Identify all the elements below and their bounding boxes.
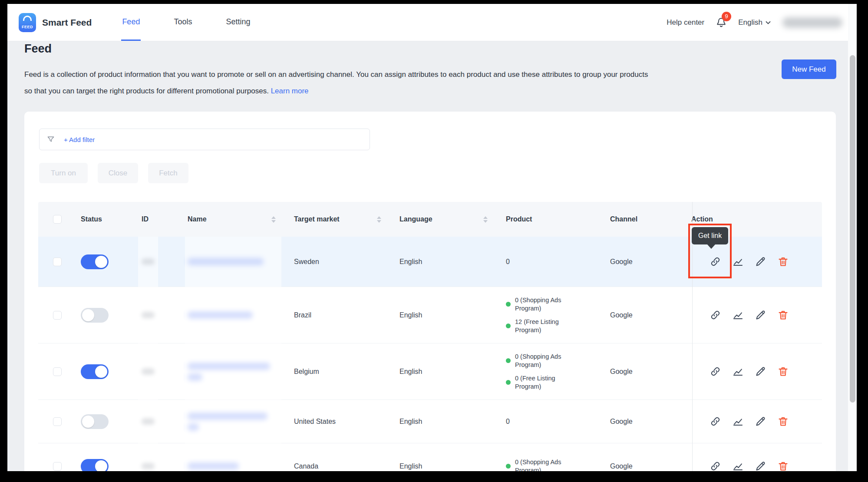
product-program-text: 0 (Free Listing Program) <box>515 374 568 391</box>
status-toggle[interactable] <box>81 364 109 379</box>
column-header-name: Name <box>188 215 294 223</box>
product-programs: 0 (Shopping Ads Program) <box>506 458 610 472</box>
add-filter-button[interactable]: + Add filter <box>64 136 95 143</box>
language-value: English <box>399 311 506 319</box>
brand-title: Smart Feed <box>42 17 92 28</box>
delete-trash-icon[interactable] <box>777 366 789 377</box>
app-window: FEED Smart Feed Feed Tools Setting Help … <box>7 4 857 471</box>
report-chart-icon[interactable] <box>732 416 744 427</box>
status-dot-green <box>506 464 511 469</box>
status-dot-green <box>506 324 511 328</box>
fetch-button[interactable]: Fetch <box>148 163 188 183</box>
delete-trash-icon[interactable] <box>777 416 789 427</box>
channel-value: Google <box>610 418 691 426</box>
column-header-channel: Channel <box>610 215 691 223</box>
report-chart-icon[interactable] <box>732 460 744 471</box>
logo-text: FEED <box>19 25 36 29</box>
close-button[interactable]: Close <box>98 163 138 183</box>
language-value: English <box>399 462 506 470</box>
language-label: English <box>738 18 762 27</box>
get-link-icon[interactable] <box>710 366 721 377</box>
target-market-value: United States <box>294 418 399 426</box>
id-redacted <box>142 312 155 318</box>
table-row: Brazil English 0 (Shopping Ads Program) … <box>38 287 822 343</box>
target-market-value: Canada <box>294 462 399 470</box>
notification-badge: 9 <box>722 12 731 21</box>
get-link-icon[interactable] <box>710 309 721 321</box>
name-redacted-link[interactable] <box>188 311 253 319</box>
row-actions <box>691 366 822 377</box>
status-dot-green <box>506 358 511 363</box>
learn-more-link[interactable]: Learn more <box>271 87 309 95</box>
tab-setting[interactable]: Setting <box>225 4 251 41</box>
delete-trash-icon[interactable] <box>777 460 789 471</box>
id-redacted <box>142 463 155 469</box>
language-value: English <box>399 258 506 266</box>
language-value: English <box>399 368 506 376</box>
name-redacted-link[interactable] <box>188 363 270 370</box>
name-redacted-link[interactable] <box>188 413 267 420</box>
scrollbar-track[interactable] <box>848 4 857 471</box>
status-toggle[interactable] <box>81 459 109 472</box>
column-header-language: Language <box>399 215 506 223</box>
filter-bar[interactable]: + Add filter <box>39 129 370 150</box>
name-redacted-link[interactable] <box>188 462 239 470</box>
help-center-link[interactable]: Help center <box>667 18 704 27</box>
product-program-text: 0 (Shopping Ads Program) <box>515 353 568 369</box>
description-line1: Feed is a collection of product informat… <box>24 70 648 79</box>
edit-pencil-icon[interactable] <box>755 460 766 471</box>
column-header-action: Action <box>691 215 822 223</box>
status-toggle[interactable] <box>81 254 109 269</box>
report-chart-icon[interactable] <box>732 309 744 321</box>
edit-pencil-icon[interactable] <box>755 416 766 427</box>
edit-pencil-icon[interactable] <box>755 256 766 267</box>
turn-on-button[interactable]: Turn on <box>39 163 88 183</box>
name-redacted-link[interactable] <box>188 373 202 381</box>
scrollbar-thumb[interactable] <box>850 55 855 403</box>
get-link-icon[interactable] <box>710 460 721 471</box>
app-logo[interactable]: FEED <box>19 13 36 32</box>
top-navbar: FEED Smart Feed Feed Tools Setting Help … <box>7 4 857 41</box>
target-market-value: Brazil <box>294 311 399 319</box>
report-chart-icon[interactable] <box>732 366 744 377</box>
status-toggle[interactable] <box>81 308 109 323</box>
tab-feed[interactable]: Feed <box>121 4 141 41</box>
row-checkbox[interactable] <box>53 417 62 426</box>
new-feed-button[interactable]: New Feed <box>782 59 836 79</box>
status-toggle[interactable] <box>81 414 109 429</box>
get-link-icon[interactable] <box>710 256 721 267</box>
name-redacted-link[interactable] <box>188 423 199 431</box>
sort-icons-target-market[interactable] <box>377 216 381 223</box>
product-program-text: 0 (Shopping Ads Program) <box>515 296 568 313</box>
channel-value: Google <box>610 462 691 470</box>
tab-tools[interactable]: Tools <box>173 4 193 41</box>
delete-trash-icon[interactable] <box>777 309 789 321</box>
sort-icons-language[interactable] <box>483 216 488 223</box>
row-checkbox[interactable] <box>53 311 62 320</box>
language-selector[interactable]: English <box>738 18 771 27</box>
row-checkbox[interactable] <box>53 462 62 471</box>
row-actions <box>691 256 822 267</box>
shopping-bag-icon <box>23 16 32 21</box>
column-header-id: ID <box>142 215 188 223</box>
status-dot-green <box>506 302 511 307</box>
row-checkbox[interactable] <box>53 367 62 376</box>
row-actions <box>691 460 822 471</box>
edit-pencil-icon[interactable] <box>755 366 766 377</box>
edit-pencil-icon[interactable] <box>755 309 766 321</box>
row-checkbox[interactable] <box>53 258 62 266</box>
nav-tabs: Feed Tools Setting <box>121 4 251 41</box>
notification-bell[interactable]: 9 <box>716 17 727 28</box>
name-redacted-link[interactable] <box>188 258 264 265</box>
delete-trash-icon[interactable] <box>777 256 789 267</box>
product-count: 0 <box>506 258 510 265</box>
product-count: 0 <box>506 418 510 425</box>
select-all-checkbox[interactable] <box>53 215 62 224</box>
id-redacted <box>142 418 155 425</box>
column-header-product: Product <box>506 215 610 223</box>
sort-icons-name[interactable] <box>271 216 276 223</box>
product-programs: 0 (Shopping Ads Program) 12 (Free Listin… <box>506 296 610 334</box>
username-redacted[interactable] <box>782 17 842 28</box>
report-chart-icon[interactable] <box>732 256 744 267</box>
get-link-icon[interactable] <box>710 416 721 427</box>
